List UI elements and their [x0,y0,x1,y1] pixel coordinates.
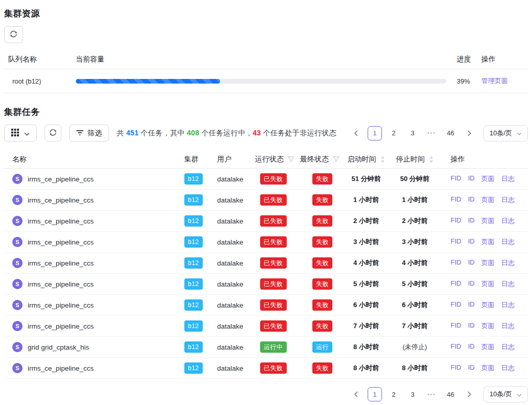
op-link-id[interactable]: ID [468,237,475,247]
run-status-cell: 已失败 [254,320,299,332]
stop-time: 8 小时前 [390,363,439,373]
page-size-select[interactable]: 10条/页 [483,386,528,402]
manage-page-link[interactable]: 管理页面 [481,77,508,85]
op-link-页面[interactable]: 页面 [481,279,495,289]
op-link-日志[interactable]: 日志 [501,195,515,205]
run-status-badge: 已失败 [260,236,287,248]
op-link-id[interactable]: ID [468,216,475,226]
final-status-cell: 运行 [299,341,342,353]
op-link-id[interactable]: ID [468,363,475,373]
ops-cell: FIDID页面日志 [439,258,528,268]
op-link-日志[interactable]: 日志 [501,174,515,184]
stop-time: 7 小时前 [390,321,439,331]
pager-next-icon[interactable] [462,387,477,401]
pager-ellipsis: ••• [424,126,439,140]
pager-page-46[interactable]: 46 [443,387,458,401]
table-row: Sirms_ce_pipeline_ccsb12datalake已失败失败8 小… [4,358,528,379]
pager-page-2[interactable]: 2 [387,387,401,401]
op-link-页面[interactable]: 页面 [481,216,495,226]
final-status-cell: 失败 [299,257,342,269]
pager-prev-icon[interactable] [349,387,363,401]
op-link-fid[interactable]: FID [451,258,461,268]
op-link-日志[interactable]: 日志 [501,321,515,331]
tasks-toolbar: 筛选 共 451 个任务，其中 408 个任务运行中，43 个任务处于非运行状态… [4,125,528,141]
user-cell: datalake [213,259,254,267]
resources-table-header: 队列名称 当前容量 进度 操作 [4,50,528,69]
op-link-id[interactable]: ID [468,279,475,289]
page-size-select[interactable]: 10条/页 [483,125,528,141]
pager-page-46[interactable]: 46 [443,126,458,140]
op-link-页面[interactable]: 页面 [481,321,495,331]
col-start-time: 启动时间 [342,155,390,164]
op-link-id[interactable]: ID [468,300,475,310]
cluster-cell: b12 [180,257,213,269]
op-link-页面[interactable]: 页面 [481,363,495,373]
refresh-icon [49,129,57,138]
start-time: 7 小时前 [342,321,390,331]
task-avatar: S [12,321,23,331]
pager-page-3[interactable]: 3 [406,126,420,140]
filter-button[interactable]: 筛选 [69,125,109,141]
col-stop-time: 停止时间 [390,155,439,164]
pager-page-3[interactable]: 3 [406,387,420,401]
pager-page-1[interactable]: 1 [368,387,382,401]
op-link-页面[interactable]: 页面 [481,237,495,247]
chevron-down-icon [517,129,522,137]
op-link-id[interactable]: ID [468,195,475,205]
op-link-日志[interactable]: 日志 [501,342,515,352]
task-name: irms_ce_pipeline_ccs [28,238,94,246]
start-time: 5 小时前 [342,279,390,289]
op-link-fid[interactable]: FID [451,174,461,184]
filter-funnel-icon[interactable] [288,156,294,163]
pager-page-1[interactable]: 1 [368,126,382,140]
pager-next-icon[interactable] [462,126,477,140]
chevron-down-icon [517,391,522,398]
stop-time: 3 小时前 [390,237,439,247]
task-avatar: S [12,216,23,226]
col-current-capacity: 当前容量 [76,55,446,64]
op-link-日志[interactable]: 日志 [501,363,515,373]
pager-page-2[interactable]: 2 [387,126,401,140]
refresh-tasks-button[interactable] [45,125,61,141]
op-link-日志[interactable]: 日志 [501,279,515,289]
filter-funnel-icon[interactable] [333,156,339,163]
task-avatar: S [12,342,23,352]
task-avatar: S [12,258,23,268]
op-link-id[interactable]: ID [468,174,475,184]
op-link-fid[interactable]: FID [451,363,461,373]
summary-count: 408 [187,129,199,137]
op-link-页面[interactable]: 页面 [481,195,495,205]
op-link-页面[interactable]: 页面 [481,258,495,268]
op-link-fid[interactable]: FID [451,321,461,331]
table-row: Sirms_ce_pipeline_ccsb12datalake已失败失败3 小… [4,232,528,253]
op-link-fid[interactable]: FID [451,195,461,205]
op-link-页面[interactable]: 页面 [481,342,495,352]
sorter-icon[interactable] [380,156,385,163]
start-time: 2 小时前 [342,216,390,226]
op-link-fid[interactable]: FID [451,342,461,352]
op-link-日志[interactable]: 日志 [501,216,515,226]
op-link-fid[interactable]: FID [451,237,461,247]
op-link-页面[interactable]: 页面 [481,174,495,184]
op-link-fid[interactable]: FID [451,279,461,289]
op-link-日志[interactable]: 日志 [501,300,515,310]
op-link-id[interactable]: ID [468,342,475,352]
pager-prev-icon[interactable] [349,126,363,140]
task-avatar: S [12,195,23,205]
op-link-id[interactable]: ID [468,321,475,331]
op-link-fid[interactable]: FID [451,216,461,226]
cluster-badge: b12 [184,236,203,248]
op-link-日志[interactable]: 日志 [501,237,515,247]
final-status-cell: 失败 [299,320,342,332]
col-user: 用户 [213,155,254,164]
refresh-button[interactable] [4,26,23,43]
start-time: 8 小时前 [342,342,390,352]
sorter-icon[interactable] [429,156,434,163]
run-status-cell: 已失败 [254,362,299,374]
op-link-页面[interactable]: 页面 [481,300,495,310]
user-cell: datalake [213,322,254,330]
op-link-日志[interactable]: 日志 [501,258,515,268]
op-link-fid[interactable]: FID [451,300,461,310]
layout-dropdown-button[interactable] [4,125,37,141]
op-link-id[interactable]: ID [468,258,475,268]
